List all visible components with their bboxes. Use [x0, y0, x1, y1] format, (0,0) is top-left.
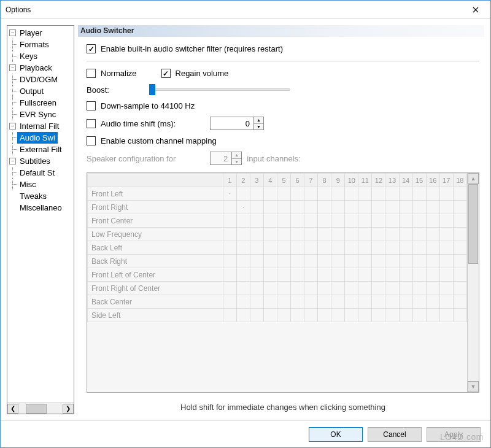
tree-item[interactable]: −Player — [7, 27, 74, 39]
timeshift-input[interactable] — [211, 117, 253, 129]
tree-item[interactable]: Fullscreen — [7, 97, 74, 109]
matrix-cell — [399, 282, 412, 295]
tree-item-label[interactable]: Formats — [17, 39, 52, 50]
tree-item-label[interactable]: Default St — [17, 167, 57, 179]
matrix-vscrollbar[interactable]: ▲ ▼ — [468, 173, 479, 392]
matrix-cell — [304, 309, 318, 322]
matrix-cell — [426, 228, 439, 241]
tree-item-label[interactable]: Subtitles — [17, 155, 53, 167]
tree-item[interactable]: DVD/OGM — [7, 74, 74, 85]
tree-item[interactable]: Default St — [7, 167, 74, 179]
enable-checkbox[interactable] — [87, 44, 96, 53]
matrix-cell — [223, 241, 236, 255]
downsample-checkbox[interactable] — [87, 101, 96, 110]
matrix-cell — [439, 282, 453, 295]
matrix-cell — [277, 187, 290, 201]
matrix-cell — [250, 214, 263, 228]
boost-label: Boost: — [87, 85, 142, 95]
tree-item-label[interactable]: DVD/OGM — [17, 74, 60, 85]
scroll-right-button[interactable]: ❯ — [63, 404, 74, 414]
matrix-cell — [372, 295, 385, 309]
tree-item-label[interactable]: Internal Filt — [17, 120, 61, 132]
regain-checkbox[interactable] — [161, 69, 171, 78]
matrix-row-label: Front Center — [88, 214, 223, 228]
tree-item[interactable]: Misc — [7, 179, 74, 190]
slider-track — [149, 88, 290, 91]
vscroll-track[interactable] — [468, 184, 479, 381]
timeshift-down[interactable]: ▼ — [254, 124, 263, 130]
tree-item-label[interactable]: Fullscreen — [17, 97, 59, 109]
tree-item-label[interactable]: Output — [17, 85, 46, 97]
matrix-cell — [250, 309, 263, 322]
tree-item[interactable]: Formats — [7, 39, 74, 50]
matrix-col-header: 9 — [331, 174, 345, 187]
tree-item[interactable]: −Playback — [7, 62, 74, 74]
matrix-cell — [412, 295, 426, 309]
tree-toggle-icon[interactable]: − — [9, 158, 16, 164]
tree-item-label[interactable]: External Filt — [17, 144, 64, 155]
tree-item-label[interactable]: Playback — [17, 62, 55, 74]
tree-item-label[interactable]: Miscellaneo — [17, 202, 64, 214]
tree-item-label[interactable]: Player — [17, 27, 45, 39]
vscroll-thumb[interactable] — [468, 184, 478, 264]
tree-item[interactable]: Keys — [7, 50, 74, 62]
speaker-down: ▼ — [232, 159, 241, 165]
matrix-cell — [304, 255, 318, 268]
matrix-cell — [263, 241, 277, 255]
matrix-cell — [453, 241, 466, 255]
scroll-down-button[interactable]: ▼ — [468, 381, 479, 392]
scroll-thumb[interactable] — [26, 404, 47, 414]
timeshift-spinbox[interactable]: ▲ ▼ — [210, 117, 264, 130]
tree-item-label[interactable]: Keys — [17, 50, 40, 62]
matrix-cell — [236, 309, 250, 322]
matrix-cell — [358, 201, 372, 214]
scroll-track[interactable] — [18, 404, 63, 414]
tree-item-label[interactable]: Tweaks — [17, 190, 49, 202]
close-button[interactable] — [466, 3, 485, 17]
custommap-checkbox[interactable] — [87, 136, 96, 145]
tree-item-label[interactable]: Audio Swi — [17, 132, 58, 144]
tree-item-label[interactable]: Misc — [17, 179, 39, 190]
scroll-left-button[interactable]: ❮ — [7, 404, 18, 414]
ok-button[interactable]: OK — [309, 427, 363, 442]
matrix-cell — [223, 282, 236, 295]
timeshift-up[interactable]: ▲ — [254, 117, 263, 124]
tree-connector — [7, 85, 17, 97]
tree-item-label[interactable]: EVR Sync — [17, 109, 58, 120]
tree-connector — [7, 144, 17, 155]
row-custommap: Enable custom channel mapping — [87, 136, 479, 145]
tree-item[interactable]: −Subtitles — [7, 155, 74, 167]
timeshift-checkbox[interactable] — [87, 119, 96, 128]
tree-item[interactable]: −Internal Filt — [7, 120, 74, 132]
matrix-cell — [331, 309, 345, 322]
matrix-cell — [304, 187, 318, 201]
scroll-up-button[interactable]: ▲ — [468, 173, 479, 184]
nav-tree[interactable]: −PlayerFormatsKeys−PlaybackDVD/OGMOutput… — [7, 26, 74, 403]
cancel-button[interactable]: Cancel — [368, 427, 422, 442]
slider-thumb[interactable] — [149, 84, 155, 95]
tree-connector — [7, 50, 17, 62]
tree-item[interactable]: External Filt — [7, 144, 74, 155]
row-boost: Boost: — [87, 84, 479, 95]
matrix-cell — [318, 295, 331, 309]
matrix-cell — [223, 268, 236, 282]
matrix-cell — [385, 214, 399, 228]
tree-toggle-icon[interactable]: − — [9, 123, 16, 129]
matrix-cell — [439, 255, 453, 268]
tree-item[interactable]: EVR Sync — [7, 109, 74, 120]
matrix-cell — [372, 255, 385, 268]
tree-item[interactable]: Miscellaneo — [7, 202, 74, 214]
tree-hscrollbar[interactable]: ❮ ❯ — [7, 403, 74, 414]
tree-toggle-icon[interactable]: − — [9, 64, 16, 71]
tree-item[interactable]: Tweaks — [7, 190, 74, 202]
boost-slider[interactable] — [149, 84, 290, 95]
matrix-cell — [331, 295, 345, 309]
tree-toggle-icon[interactable]: − — [9, 29, 16, 36]
tree-item[interactable]: Output — [7, 85, 74, 97]
matrix-cell — [453, 201, 466, 214]
normalize-checkbox[interactable] — [87, 69, 96, 78]
tree-item[interactable]: Audio Swi — [7, 132, 74, 144]
tree-connector — [7, 132, 17, 144]
matrix-cell — [236, 295, 250, 309]
matrix-cell — [412, 282, 426, 295]
